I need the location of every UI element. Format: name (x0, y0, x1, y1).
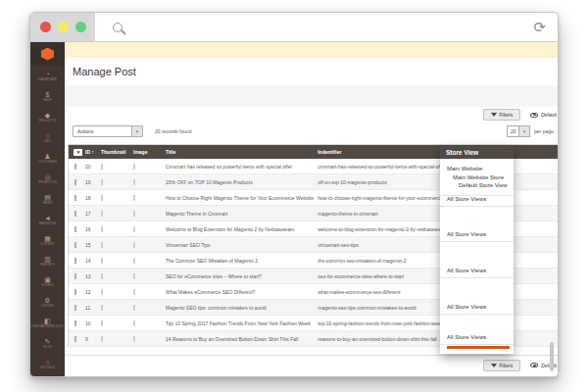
cell-title: Welcome to Blog Extension for Magento 2 … (163, 226, 315, 232)
maximize-window-button[interactable] (75, 22, 86, 32)
column-header-title[interactable]: Title (163, 149, 315, 155)
magento-logo-icon (41, 48, 54, 61)
search-icon (113, 23, 122, 32)
system-messages-bar[interactable]: System Messages 1 (65, 42, 559, 58)
row-checkbox[interactable] (74, 226, 76, 232)
sidebar-item-settings[interactable]: ○ SETTINGS (31, 354, 64, 374)
row-checkbox[interactable] (74, 320, 76, 326)
cell-identifier: virtuemart-seo-tips (315, 242, 460, 248)
thumbnail-image (101, 273, 103, 279)
store-option-all-store-views[interactable]: All Store Views (440, 242, 514, 278)
sidebar-item-sales[interactable]: $ SALES (31, 86, 64, 107)
row-checkbox[interactable] (74, 211, 76, 217)
store-option-all-store-views[interactable]: All Store Views (440, 278, 514, 315)
store-option-default-store-view[interactable]: Default Store View (440, 181, 514, 190)
image-preview (133, 320, 135, 326)
default-view-dropdown-bottom[interactable]: Default View ▾ (530, 363, 559, 368)
column-header-image[interactable]: Image (130, 149, 163, 155)
sidebar-item-icon: ♟ (44, 153, 50, 160)
row-checkbox[interactable] (74, 242, 76, 248)
sidebar-item-icon: ▤ (44, 194, 51, 201)
filters-button-bottom[interactable]: Filters (483, 360, 521, 371)
thumbnail-image (101, 258, 103, 264)
row-checkbox[interactable] (74, 164, 76, 170)
sidebar-item-icon: ✎ (45, 338, 51, 345)
mass-actions-select[interactable]: Actions ▾ (73, 125, 143, 137)
sidebar-item-dashboard[interactable]: ◔ DASHBOARD (31, 66, 64, 86)
column-header-id[interactable]: ID ↑ (82, 149, 98, 155)
thumbnail-image (101, 242, 103, 248)
row-checkbox[interactable] (74, 273, 76, 279)
cell-id: 15 (82, 242, 98, 248)
select-all-checkbox[interactable]: ▾ (74, 149, 82, 156)
sidebar-item-label: SEO (44, 139, 50, 143)
column-header-identifier[interactable]: Indentifier (315, 149, 460, 155)
sidebar-item-promotion[interactable]: ◎ PROMOTION (31, 169, 64, 189)
browser-toolbar: ⟳ (30, 13, 558, 42)
sidebar-item-system[interactable]: ⚙ SYSTEM (31, 292, 64, 313)
sidebar-item-icon: ○ (45, 132, 49, 139)
traffic-lights (30, 13, 95, 41)
cell-title: Magento SEO tips: common mistakes to avo… (163, 305, 315, 311)
sidebar-item-pages[interactable]: ▤ PAGES (31, 189, 64, 210)
cell-title: What Makes eCommerce SEO Different? (163, 289, 315, 295)
sidebar-item-icon: $ (46, 91, 50, 98)
sidebar-item-products[interactable]: ◆ PRODUCTS (31, 107, 64, 127)
horizontal-scrollbar-thumb[interactable] (447, 346, 510, 349)
vertical-scrollbar-thumb[interactable] (550, 342, 554, 371)
store-view-panel: Store View Main Website Main Website Sto… (440, 146, 514, 354)
admin-sidebar: ◔ DASHBOARD $ SALES ◆ PRODUCTS ○ SEO ♟ C… (30, 42, 65, 377)
sidebar-item-label: CUSTOMERS (38, 160, 57, 164)
magento-logo[interactable] (30, 42, 65, 66)
sidebar-item-reports[interactable]: ▥ REPORTS (31, 251, 64, 271)
sidebar-item-extensions[interactable]: ◧ FIND PARTNERS & EXTENSIONS (31, 313, 64, 333)
close-window-button[interactable] (40, 22, 51, 32)
row-checkbox[interactable] (74, 305, 76, 311)
image-preview (133, 305, 135, 311)
cell-identifier: what-makes-ecommerce-seo-different (315, 289, 460, 295)
cell-identifier: cmsmart-has-released-so-powerful-items-w… (315, 164, 460, 170)
cell-id: 11 (82, 305, 98, 311)
store-option-main-website-store[interactable]: Main Website Store (440, 173, 514, 182)
sidebar-item-label: CONTENT (40, 242, 55, 246)
pagination: 20 ▾ per page ‹ 1 of 1 › (507, 125, 559, 137)
sidebar-item-icon: ◎ (44, 173, 50, 180)
records-found-label: 20 records found (155, 128, 192, 134)
eye-icon (530, 113, 538, 118)
select-all-header[interactable]: ▾ (69, 149, 82, 156)
minimize-window-button[interactable] (58, 22, 69, 32)
refresh-icon[interactable]: ⟳ (533, 20, 546, 34)
sidebar-item-seo[interactable]: ○ SEO (31, 127, 64, 148)
filters-label: Filters (500, 363, 514, 368)
cell-identifier: welcome-to-blog-extension-for-magento-2-… (315, 226, 460, 232)
image-preview (133, 258, 135, 264)
row-checkbox[interactable] (74, 289, 76, 295)
thumbnail-image (101, 305, 103, 311)
row-checkbox[interactable] (74, 336, 76, 342)
filters-button[interactable]: Filters (483, 109, 521, 121)
column-header-thumbnail[interactable]: Thumbnail (98, 149, 130, 155)
thumbnail-image (101, 211, 103, 217)
sidebar-item-label: BLOG (43, 345, 51, 349)
cell-identifier: off-on-top-10-magento-products (315, 179, 460, 185)
store-hierarchy: Main Website Main Website Store Default … (440, 159, 514, 196)
image-preview (133, 195, 135, 201)
store-option-main-website[interactable]: Main Website (440, 165, 514, 173)
address-search-bar[interactable] (95, 13, 533, 41)
sidebar-item-blog[interactable]: ✎ BLOG (31, 333, 64, 354)
store-option-all-store-views[interactable]: All Store Views (440, 207, 514, 242)
sidebar-item-stores[interactable]: ▣ STORES (31, 271, 64, 292)
per-page-select[interactable]: 20 ▾ (507, 125, 530, 137)
sidebar-item-icon: ◄ (44, 215, 51, 221)
row-checkbox[interactable] (74, 258, 76, 264)
sidebar-item-customers[interactable]: ♟ CUSTOMERS (31, 148, 64, 169)
sidebar-item-content[interactable]: ▦ CONTENT (31, 230, 64, 251)
default-view-dropdown[interactable]: Default View ▾ (530, 112, 559, 118)
store-option-all-store-views[interactable]: All Store Views (440, 315, 514, 345)
row-checkbox[interactable] (74, 179, 76, 185)
sidebar-item-marketing[interactable]: ◄ MARKETING (31, 210, 64, 230)
cell-title: 14 Reasons to Buy an Oversized Button-Do… (163, 336, 315, 342)
row-checkbox[interactable] (74, 195, 76, 201)
filter-funnel-icon (491, 364, 497, 368)
store-option-all-store-views[interactable]: All Store Views (440, 196, 514, 207)
